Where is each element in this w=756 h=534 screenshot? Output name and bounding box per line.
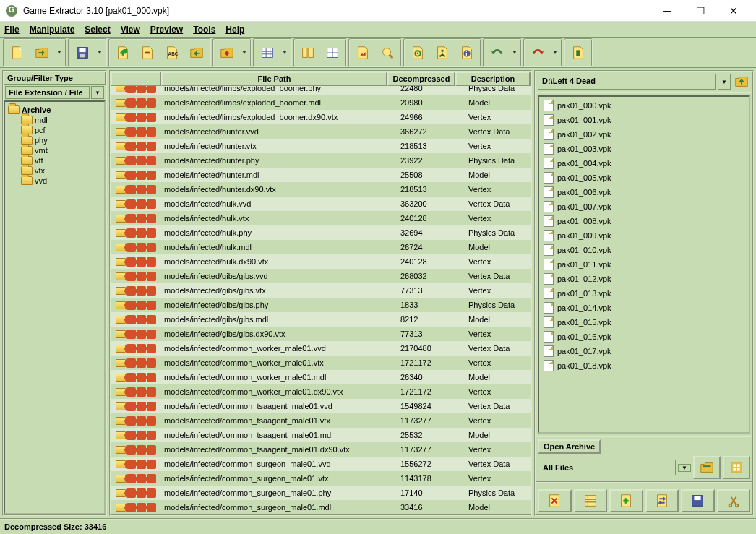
table-row[interactable]: models/infected/limbs/exploded_boomer.ph… [111,86,531,95]
directory-path-input[interactable]: D:\Left 4 Dead [538,74,716,90]
table-row[interactable]: models/infected/hulk.dx90.vtx240128Verte… [111,254,531,269]
close-button[interactable]: ✕ [717,0,750,22]
menu-file[interactable]: File [4,25,20,35]
toolbar-dropdown-icon[interactable]: ▼ [240,41,249,64]
directory-up-button[interactable] [733,74,750,90]
table-row[interactable]: models/infected/hunter.vtx218513Vertex [111,139,531,153]
table-row[interactable]: models/infected/common_tsaagent_male01.v… [111,413,531,428]
edit-icon-button[interactable] [538,489,572,512]
table-row[interactable]: models/infected/limbs/exploded_boomer.dx… [111,110,531,124]
table-row[interactable]: models/infected/gibs/gibs.mdl8212Model [111,312,531,327]
table-row[interactable]: models/infected/common_surgeon_male01.ph… [111,486,531,500]
toolbar-dropdown-icon[interactable]: ▼ [551,41,559,64]
grid-view-button[interactable] [321,41,344,64]
table-row[interactable]: models/infected/hunter.vvd366272Vertex D… [111,124,531,139]
file-filter-dropdown-icon[interactable]: ▼ [678,464,691,472]
table-row[interactable]: models/infected/gibs/gibs.vvd268032Verte… [111,269,531,283]
save-disk-button[interactable] [71,41,94,64]
file-item[interactable]: pak01_003.vpk [541,142,747,156]
file-item[interactable]: pak01_002.vpk [541,127,747,142]
table-row[interactable]: models/infected/common_surgeon_male01.vt… [111,471,531,486]
file-item[interactable]: pak01_007.vpk [541,199,747,214]
file-item[interactable]: pak01_010.vpk [541,243,747,257]
table-row[interactable]: models/infected/common_tsaagent_male01.d… [111,442,531,457]
table-row[interactable]: models/infected/common_tsaagent_male01.v… [111,399,531,413]
table-row[interactable]: models/infected/hulk.vtx240128Vertex [111,211,531,225]
file-item[interactable]: pak01_015.vpk [541,315,747,330]
table-view-button[interactable] [256,41,279,64]
table-row[interactable]: models/infected/gibs/gibs.vtx77313Vertex [111,283,531,298]
info-folder-button[interactable]: i [455,41,478,64]
table-row[interactable]: models/infected/common_worker_male01.dx9… [111,384,531,399]
table-row[interactable]: models/infected/common_surgeon_male01.md… [111,500,531,514]
split-view-button[interactable] [296,41,319,64]
file-item[interactable]: pak01_009.vpk [541,228,747,243]
extract-folder-button[interactable] [215,41,239,64]
magnify-button[interactable] [376,41,399,64]
toolbar-dropdown-icon[interactable]: ▼ [95,41,104,64]
add-file-button[interactable] [111,41,134,64]
table-body[interactable]: models/infected/limbs/exploded_boomer.ph… [111,86,531,514]
table-row[interactable]: models/infected/common_worker_male01.mdl… [111,370,531,384]
menu-select[interactable]: Select [85,25,110,35]
file-item[interactable]: pak01_000.vpk [541,98,747,113]
table-row[interactable]: models/infected/common_tsaagent_male01.m… [111,428,531,442]
table-row[interactable]: models/infected/common_worker_male01.vtx… [111,356,531,370]
file-item[interactable]: pak01_006.vpk [541,185,747,199]
minimize-button[interactable]: ─ [650,0,684,22]
file-item[interactable]: pak01_004.vpk [541,156,747,171]
gear-folder-button[interactable] [406,41,429,64]
menu-view[interactable]: View [121,25,140,35]
file-item[interactable]: pak01_001.vpk [541,113,747,127]
table-row[interactable]: models/infected/hunter.dx90.vtx218513Ver… [111,182,531,197]
open-scanner-button[interactable] [723,456,750,479]
table-row[interactable]: models/infected/limbs/exploded_boomer.md… [111,95,531,110]
directory-path-dropdown-icon[interactable]: ▼ [718,74,731,90]
open-archive-tab[interactable]: Open Archive [538,439,601,454]
table-row[interactable]: models/infected/gibs/gibs.phy1833Physics… [111,298,531,312]
table-row[interactable]: models/infected/gibs/gibs.dx90.vtx77313V… [111,327,531,341]
table-row[interactable]: models/infected/common_worker_male01.vvd… [111,341,531,356]
file-item[interactable]: pak01_011.vpk [541,257,747,272]
maximize-button[interactable]: ☐ [684,0,717,22]
column-header-description[interactable]: Description [455,72,531,86]
toolbar-dropdown-icon[interactable]: ▼ [510,41,519,64]
cut-icon-button[interactable] [717,489,751,512]
filter-type-dropdown-icon[interactable]: ▼ [91,86,104,99]
replace-file-button[interactable] [185,41,208,64]
file-item[interactable]: pak01_012.vpk [541,272,747,286]
menu-preview[interactable]: Preview [150,25,183,35]
filter-type-select[interactable]: File Extension / File [5,86,90,99]
file-item[interactable]: pak01_013.vpk [541,286,747,301]
open-folder-button[interactable] [693,456,721,479]
remove-file-button[interactable] [136,41,159,64]
file-browser[interactable]: pak01_000.vpkpak01_001.vpkpak01_002.vpkp… [538,95,750,434]
menu-tools[interactable]: Tools [193,25,215,35]
rename-abc-button[interactable]: ABC [160,41,184,64]
file-filter-select[interactable]: All Files [538,460,676,475]
toolbar-dropdown-icon[interactable]: ▼ [280,41,289,64]
hex-icon-button[interactable] [574,489,608,512]
file-item[interactable]: pak01_008.vpk [541,214,747,228]
table-row[interactable]: models/infected/hulk.mdl26724Model [111,240,531,254]
save-icon-button[interactable] [681,489,715,512]
file-item[interactable]: pak01_005.vpk [541,171,747,185]
table-row[interactable]: models/infected/hulk.phy32694Physics Dat… [111,225,531,240]
redo-arrow-button[interactable] [526,41,549,64]
new-file-button[interactable] [6,41,29,64]
menu-manipulate[interactable]: Manipulate [30,25,75,35]
table-row[interactable]: models/infected/hunter.phy23922Physics D… [111,153,531,168]
toolbar-dropdown-icon[interactable]: ▼ [55,41,64,64]
column-header-decompressed[interactable]: Decompressed [387,72,455,86]
tree-item-vvd[interactable]: vvd [8,176,101,186]
file-item[interactable]: pak01_016.vpk [541,330,747,344]
add-icon-button[interactable] [609,489,643,512]
file-item[interactable]: pak01_014.vpk [541,301,747,315]
table-row[interactable]: models/infected/common_surgeon_male01.vv… [111,457,531,471]
column-header-icons[interactable] [111,72,161,86]
table-row[interactable]: models/infected/hulk.vvd363200Vertex Dat… [111,197,531,211]
paste-file-button[interactable] [567,41,590,64]
swap-icon-button[interactable] [645,489,679,512]
tree-folder-button[interactable] [431,41,454,64]
file-item[interactable]: pak01_017.vpk [541,344,747,358]
